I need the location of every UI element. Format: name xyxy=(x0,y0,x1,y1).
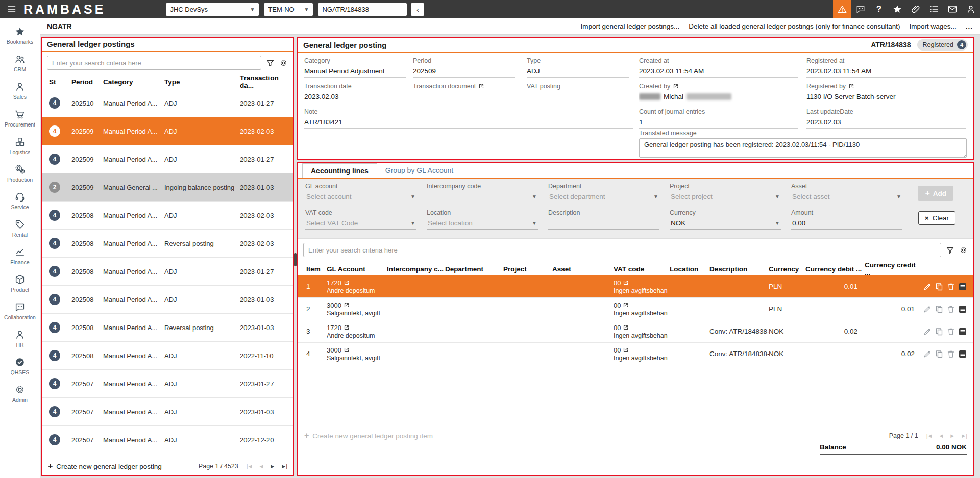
lines-search-input[interactable] xyxy=(303,243,941,257)
vat-code-select[interactable]: Select VAT Code▼ xyxy=(305,218,416,230)
external-link-icon[interactable] xyxy=(848,83,854,89)
topbar-alerts-button[interactable] xyxy=(833,0,851,18)
asset-select[interactable]: Select asset▼ xyxy=(791,191,902,203)
column-header[interactable]: Department xyxy=(445,265,503,273)
delete-line-icon[interactable] xyxy=(947,283,955,291)
sidebar-item-service[interactable]: Service xyxy=(0,187,40,214)
copy-line-icon[interactable] xyxy=(935,328,943,336)
external-link-icon[interactable] xyxy=(673,83,679,89)
edit-line-icon[interactable] xyxy=(923,283,932,291)
journal-entries-icon[interactable] xyxy=(959,328,967,336)
currency-select[interactable]: NOK▼ xyxy=(670,218,781,230)
edit-line-icon[interactable] xyxy=(923,305,932,313)
posting-row[interactable]: 4 202507 Manual Period A... ADJ 2023-01-… xyxy=(42,398,293,426)
posting-row[interactable]: 4 202507 Manual Period A... ADJ 2023-01-… xyxy=(42,370,293,398)
column-header[interactable]: Project xyxy=(503,265,552,273)
location-select[interactable]: Select location▼ xyxy=(427,218,538,230)
external-link-icon[interactable] xyxy=(478,83,484,89)
column-header[interactable]: Asset xyxy=(552,265,614,273)
posting-row[interactable]: 4 202510 Manual Period A... ADJ 2023-01-… xyxy=(42,89,293,117)
create-posting-button[interactable]: + Create new general ledger posting xyxy=(48,462,162,471)
external-link-icon[interactable] xyxy=(344,347,350,353)
tab-group-by-gl-account[interactable]: Group by GL Account xyxy=(377,163,461,178)
column-header[interactable]: Type xyxy=(164,78,240,86)
back-button[interactable]: ‹ xyxy=(411,3,424,16)
column-header[interactable]: Period xyxy=(71,78,103,86)
company-select[interactable]: JHC DevSys▼ xyxy=(166,3,259,16)
settings-gear-icon[interactable] xyxy=(279,59,288,67)
amount-input[interactable]: 0.00 xyxy=(791,218,902,230)
create-line-item-button[interactable]: + Create new general ledger posting item xyxy=(304,431,433,440)
settings-gear-icon[interactable] xyxy=(959,246,968,255)
accounting-line-row[interactable]: 1 1720 Andre depositum 00 Ingen avgiftsb… xyxy=(298,275,973,298)
prev-page-icon[interactable]: ◄ xyxy=(938,433,943,439)
external-link-icon[interactable] xyxy=(623,302,629,308)
column-header[interactable]: Currency xyxy=(769,265,805,273)
topbar-account-button[interactable] xyxy=(962,0,980,18)
column-header[interactable]: Currency credit ... xyxy=(865,261,922,276)
edit-line-icon[interactable] xyxy=(923,350,932,358)
sidebar-item-sales[interactable]: Sales xyxy=(0,77,40,104)
journal-entries-icon[interactable] xyxy=(959,305,967,313)
next-page-icon[interactable]: ► xyxy=(270,463,275,469)
sidebar-item-collaboration[interactable]: Collaboration xyxy=(0,297,40,324)
first-page-icon[interactable]: |◄ xyxy=(926,433,933,439)
copy-line-icon[interactable] xyxy=(935,350,943,358)
header-action-link[interactable]: Delete all loaded general ledger posting… xyxy=(689,22,900,30)
last-page-icon[interactable]: ►| xyxy=(281,463,287,469)
posting-row[interactable]: 4 202509 Manual Period A... ADJ 2023-02-… xyxy=(42,117,293,145)
delete-line-icon[interactable] xyxy=(947,350,955,358)
column-header[interactable]: St xyxy=(49,78,71,86)
posting-row[interactable]: 4 202508 Manual Period A... Reversal pos… xyxy=(42,230,293,258)
postings-search-input[interactable] xyxy=(47,56,261,70)
topbar-attachments-button[interactable] xyxy=(906,0,925,18)
sidebar-item-logistics[interactable]: Logistics xyxy=(0,132,40,159)
filter-icon[interactable] xyxy=(266,59,275,67)
column-header[interactable]: Item xyxy=(306,265,327,273)
column-header[interactable]: VAT code xyxy=(614,265,670,273)
external-link-icon[interactable] xyxy=(344,324,350,331)
topbar-help-button[interactable]: ? xyxy=(870,0,888,18)
journal-entries-icon[interactable] xyxy=(959,350,967,358)
accounting-line-row[interactable]: 4 3000 Salgsinntekt, avgift 00 Ingen avg… xyxy=(298,343,973,365)
posting-row[interactable]: 4 202509 Manual Period A... ADJ 2023-01-… xyxy=(42,145,293,173)
external-link-icon[interactable] xyxy=(623,280,629,286)
gl-account-select[interactable]: Select account▼ xyxy=(305,191,416,203)
external-link-icon[interactable] xyxy=(623,324,629,331)
sidebar-item-hr[interactable]: HR xyxy=(0,324,40,352)
accounting-line-row[interactable]: 3 1720 Andre depositum 00 Ingen avgiftsb… xyxy=(298,320,973,343)
delete-line-icon[interactable] xyxy=(947,305,955,313)
sidebar-item-bookmarks[interactable]: Bookmarks xyxy=(0,21,40,49)
global-search-input[interactable] xyxy=(318,3,407,16)
delete-line-icon[interactable] xyxy=(947,328,955,336)
posting-row[interactable]: 4 202508 Manual Period A... ADJ 2023-02-… xyxy=(42,202,293,230)
accounting-line-row[interactable]: 2 3000 Salgsinntekt, avgift 00 Ingen avg… xyxy=(298,298,973,320)
translated-message-box[interactable]: General ledger posting has been register… xyxy=(639,138,967,158)
posting-row[interactable]: 4 202508 Manual Period A... Reversal pos… xyxy=(42,314,293,342)
sidebar-item-rental[interactable]: Rental xyxy=(0,214,40,242)
external-link-icon[interactable] xyxy=(344,280,350,286)
topbar-messages-button[interactable] xyxy=(851,0,870,18)
external-link-icon[interactable] xyxy=(623,347,629,353)
module-select[interactable]: TEM-NO▼ xyxy=(264,3,313,16)
topbar-tasks-button[interactable] xyxy=(925,0,943,18)
sidebar-item-procurement[interactable]: Procurement xyxy=(0,104,40,132)
posting-row[interactable]: 4 202508 Manual Period A... ADJ 2022-11-… xyxy=(42,342,293,370)
department-select[interactable]: Select department▼ xyxy=(548,191,659,203)
panel-splitter-handle[interactable] xyxy=(294,253,297,266)
main-menu-button[interactable] xyxy=(0,4,23,14)
header-action-link[interactable]: Import wages... xyxy=(909,22,956,30)
sidebar-item-production[interactable]: Production xyxy=(0,159,40,187)
copy-line-icon[interactable] xyxy=(935,283,943,291)
sidebar-item-admin[interactable]: Admin xyxy=(0,380,40,407)
filter-icon[interactable] xyxy=(946,246,954,255)
first-page-icon[interactable]: |◄ xyxy=(247,463,253,469)
posting-row[interactable]: 4 202508 Manual Period A... ADJ 2023-01-… xyxy=(42,258,293,286)
last-page-icon[interactable]: ►| xyxy=(961,433,967,439)
prev-page-icon[interactable]: ◄ xyxy=(258,463,263,469)
sidebar-item-finance[interactable]: Finance xyxy=(0,242,40,269)
sidebar-item-crm[interactable]: CRM xyxy=(0,49,40,77)
column-header[interactable]: Transaction da... xyxy=(240,74,293,89)
description-input[interactable] xyxy=(548,218,659,230)
more-actions-icon[interactable]: ... xyxy=(966,22,973,30)
